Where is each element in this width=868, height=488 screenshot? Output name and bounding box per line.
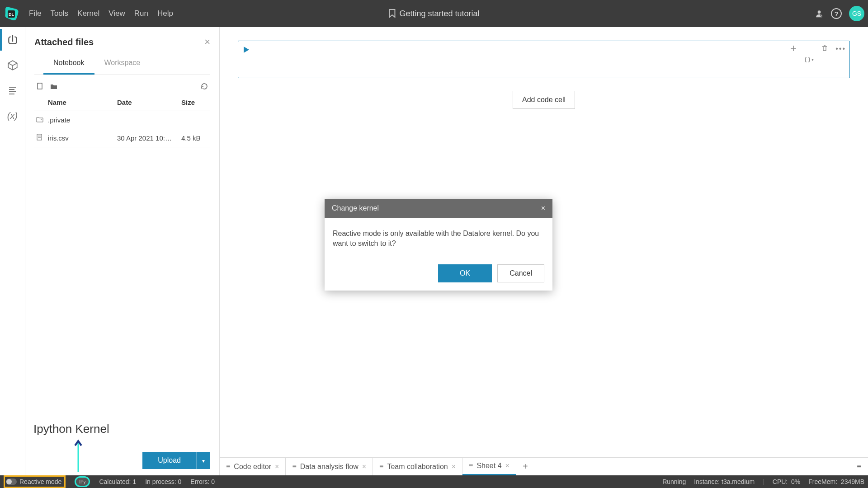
upload-button[interactable]: Upload [142,452,196,469]
cell-type-dropdown-icon[interactable]: ▾ [804,45,814,74]
svg-point-8 [41,119,42,120]
sheet-tab-code-editor[interactable]: ≡ Code editor × [220,458,286,475]
status-bar: Reactive mode IPy Calculated: 1 In proce… [0,475,868,488]
reactive-mode-toggle[interactable]: Reactive mode [4,475,66,488]
sheet-close-icon[interactable]: × [362,463,366,471]
code-cell[interactable]: ▾ ••• [238,41,850,78]
col-date-header[interactable]: Date [117,99,181,106]
new-folder-icon[interactable] [50,82,58,90]
share-person-icon[interactable]: + [815,9,824,18]
sheet-close-icon[interactable]: × [505,462,509,470]
menu-kernel[interactable]: Kernel [73,6,104,21]
annotation-label: Ipython Kernel [33,422,109,436]
user-avatar[interactable]: GS [849,6,864,21]
rail-attachments-icon[interactable] [6,33,19,46]
top-menu-bar: DL File Tools Kernel View Run Help Getti… [0,0,868,27]
sheet-icon: ≡ [292,463,296,471]
rail-package-icon[interactable] [6,59,19,71]
sheet-icon: ≡ [379,463,383,471]
sheet-tab-data-analysis[interactable]: ≡ Data analysis flow × [286,458,373,475]
document-title: Getting started tutorial [388,9,479,19]
rail-variables-icon[interactable]: (x) [6,109,19,122]
help-icon[interactable]: ? [831,8,842,19]
sheet-close-icon[interactable]: × [452,463,456,471]
col-name-header[interactable]: Name [48,99,117,106]
left-icon-rail: (x) [0,27,25,475]
refresh-icon[interactable] [200,82,208,90]
tab-workspace[interactable]: Workspace [94,54,151,75]
status-inprocess: In process: 0 [145,478,181,485]
status-running: Running [662,478,686,485]
sheet-menu-icon[interactable]: ≡ [850,458,868,475]
menu-tools[interactable]: Tools [46,6,73,21]
dialog-message: Reactive mode is only available with the… [333,229,544,248]
file-table: Name Date Size .private iris.csv 30 Apr … [25,94,219,147]
add-cell-icon[interactable] [790,45,797,52]
bookmark-icon [388,9,396,18]
rail-outline-icon[interactable] [6,84,19,97]
status-mem: FreeMem: 2349MB [808,478,864,485]
sheet-tab-bar: ≡ Code editor × ≡ Data analysis flow × ≡… [220,457,868,475]
menu-help[interactable]: Help [153,6,178,21]
table-row[interactable]: .private [34,111,210,129]
svg-text:DL: DL [9,12,14,17]
toggle-switch-icon[interactable] [6,479,17,485]
panel-close-icon[interactable]: × [204,36,210,48]
dialog-close-icon[interactable]: × [541,204,545,212]
attached-files-panel: Attached files × Notebook Workspace Name… [25,27,220,475]
tab-notebook[interactable]: Notebook [43,54,94,75]
col-size-header[interactable]: Size [181,99,208,106]
sheet-icon: ≡ [469,462,473,470]
ok-button[interactable]: OK [438,264,492,282]
run-cell-icon[interactable] [244,47,249,53]
table-row[interactable]: iris.csv 30 Apr 2021 10:… 4.5 kB [34,129,210,147]
sheet-icon: ≡ [226,463,230,471]
dialog-title: Change kernel [332,204,379,212]
sheet-tab-team-collab[interactable]: ≡ Team collaboration × [373,458,462,475]
app-logo-icon: DL [4,5,20,22]
upload-dropdown-button[interactable] [196,452,210,469]
svg-point-2 [818,10,821,14]
svg-text:+: + [821,14,822,17]
add-sheet-button[interactable]: + [516,458,534,475]
new-file-icon[interactable] [36,82,44,90]
file-csv-icon [36,134,43,141]
cell-more-icon[interactable]: ••• [835,45,846,74]
sheet-close-icon[interactable]: × [275,463,279,471]
menu-view[interactable]: View [104,6,130,21]
status-calculated: Calculated: 1 [99,478,136,485]
add-code-cell-button[interactable]: Add code cell [513,91,575,109]
status-instance: Instance: t3a.medium [694,478,755,485]
status-cpu: CPU: 0% [773,478,800,485]
menu-run[interactable]: Run [130,6,153,21]
kernel-indicator-ipy[interactable]: IPy [75,476,90,487]
change-kernel-dialog: Change kernel × Reactive mode is only av… [325,199,552,291]
annotation-arrow-icon [71,438,85,474]
status-errors: Errors: 0 [190,478,215,485]
delete-cell-icon[interactable] [821,45,828,52]
cancel-button[interactable]: Cancel [497,264,544,282]
folder-private-icon [36,116,43,123]
panel-title: Attached files [34,37,94,47]
sheet-tab-sheet4[interactable]: ≡ Sheet 4 × [462,458,516,475]
menu-file[interactable]: File [24,6,46,21]
svg-rect-5 [38,83,42,89]
